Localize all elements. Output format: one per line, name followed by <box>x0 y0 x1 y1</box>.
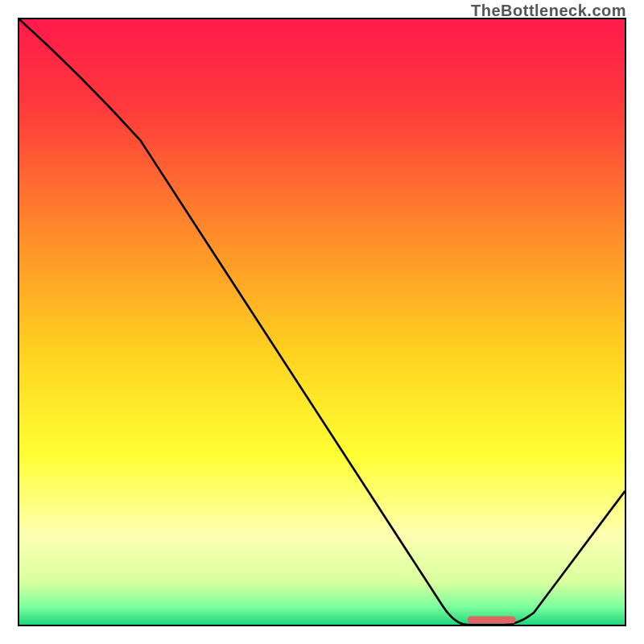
svg-rect-0 <box>19 19 625 625</box>
chart-gradient-background <box>19 19 625 625</box>
chart-plot-area <box>18 18 626 626</box>
